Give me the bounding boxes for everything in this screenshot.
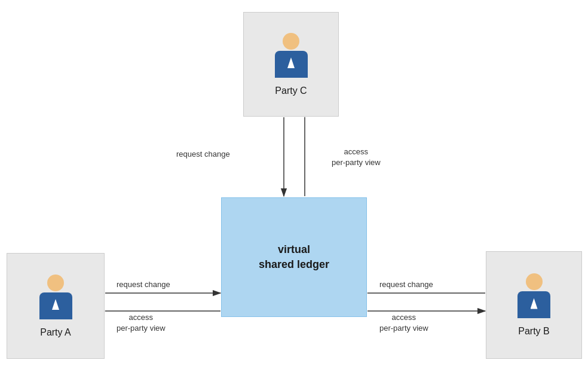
ledger-line1: virtual xyxy=(278,243,310,255)
ledger-line2: shared ledger xyxy=(259,258,329,270)
person-body-b xyxy=(517,291,550,318)
party-b-box: Party B xyxy=(486,251,582,359)
ledger-text: virtual shared ledger xyxy=(259,242,329,272)
person-collar-c xyxy=(287,57,295,68)
party-c-label: Party C xyxy=(275,86,307,96)
person-icon-b xyxy=(513,273,555,321)
label-a-request-change: request change xyxy=(117,280,170,289)
label-a-access-view: accessper-party view xyxy=(117,312,166,334)
party-a-box: Party A xyxy=(7,253,105,359)
party-b-label: Party B xyxy=(518,326,549,337)
person-head-c xyxy=(283,33,299,50)
person-collar-b xyxy=(531,298,538,309)
ledger-box: virtual shared ledger xyxy=(221,197,367,317)
person-body-a xyxy=(39,292,72,319)
label-b-request-change: request change xyxy=(379,280,433,289)
person-icon-a xyxy=(35,275,76,322)
diagram-container: virtual shared ledger Party C Party A xyxy=(0,0,588,375)
person-head-a xyxy=(47,275,64,291)
label-c-access-view: accessper-party view xyxy=(332,147,381,168)
label-c-request-change: request change xyxy=(176,150,230,158)
party-c-box: Party C xyxy=(243,12,339,117)
party-a-label: Party A xyxy=(40,327,71,338)
person-icon-c xyxy=(270,33,312,81)
person-collar-a xyxy=(52,299,59,310)
person-head-b xyxy=(526,273,543,290)
label-b-access-view: accessper-party view xyxy=(379,312,428,334)
person-body-c xyxy=(275,51,308,78)
